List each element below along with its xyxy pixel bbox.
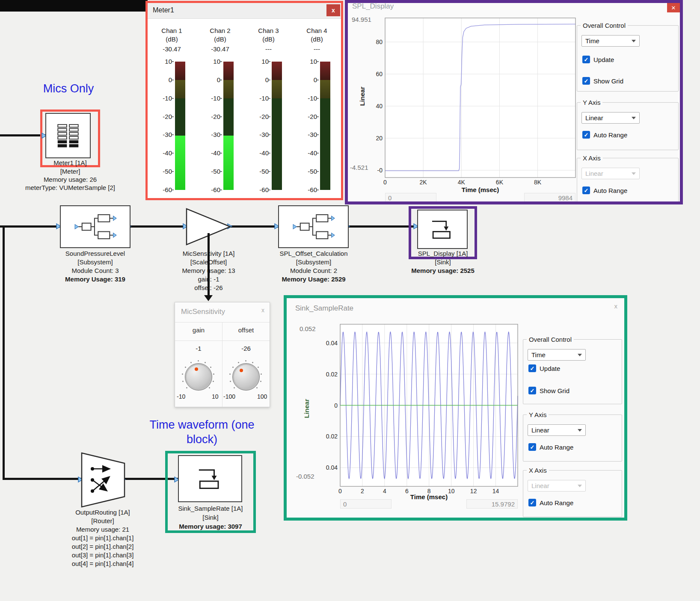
gain-min-label: -10 <box>177 393 185 400</box>
wire-to-router <box>3 478 82 480</box>
scale-tick-mark <box>172 134 174 135</box>
vu-meter-bar <box>175 62 185 190</box>
close-button[interactable]: x <box>326 4 340 16</box>
scale-tick-label: 10 <box>202 58 220 65</box>
window-titlebar: Meter1 x <box>148 3 341 19</box>
inspector-arrow-head-icon <box>204 295 213 301</box>
scale-tick-label: -20 <box>298 113 317 120</box>
scale-tick-label: 10 <box>250 58 269 65</box>
knob-tick-mark <box>186 387 187 388</box>
y-scale-dropdown[interactable]: Linear <box>528 424 586 436</box>
block-spl-display[interactable] <box>417 210 468 249</box>
y-axis-group: Y Axis Linear ✓ Auto Range <box>523 414 622 462</box>
knob-tick-mark <box>209 387 210 388</box>
wire-spl-to-micsensitivity <box>130 225 187 228</box>
scale-tick-mark <box>317 153 319 154</box>
top-window-strip <box>0 0 148 12</box>
scale-tick-label: -40 <box>298 149 317 157</box>
scale-tick-label: 10 <box>298 58 317 65</box>
scale-tick-label: -10 <box>298 95 317 102</box>
y-auto-range-checkbox[interactable]: ✓ Auto Range <box>528 443 573 451</box>
knob-tick-mark <box>229 373 231 375</box>
scale-tick-label: -60 <box>153 186 172 193</box>
sink-icon <box>427 217 457 242</box>
scale-tick-mark <box>172 171 174 172</box>
knob-face <box>185 363 212 391</box>
spl-plot: 02K4K6K8K80604020-0 <box>362 13 580 188</box>
scale-tick-label: -10 <box>250 95 269 102</box>
block-spl-offset-calculation[interactable] <box>278 205 349 248</box>
mics-only-label: Mics Only <box>36 81 101 96</box>
gain-param-label: gain <box>175 326 222 334</box>
scale-tick-mark <box>268 116 270 117</box>
scale-tick-mark <box>172 189 174 190</box>
svg-text:0.02: 0.02 <box>326 433 338 440</box>
scale-tick-mark <box>172 153 174 154</box>
close-icon[interactable]: x <box>261 307 264 314</box>
meter-segment <box>320 62 330 80</box>
block-sink-samplerate[interactable] <box>178 455 242 502</box>
gain-knob[interactable] <box>181 359 216 394</box>
show-grid-checkbox[interactable]: ✓ Show Grid <box>582 77 623 85</box>
block-outputrouting[interactable] <box>80 452 126 508</box>
dropdown-value: Linear <box>585 170 603 177</box>
x-auto-range-checkbox[interactable]: ✓ Auto Range <box>582 187 627 194</box>
x-auto-range-checkbox[interactable]: ✓ Auto Range <box>528 499 573 506</box>
wire-to-spl-subsystem <box>0 225 60 228</box>
group-label: X Axis <box>581 154 603 162</box>
knob-tick-mark <box>245 360 246 361</box>
y-auto-range-checkbox[interactable]: ✓ Auto Range <box>582 131 627 139</box>
knob-tick-mark <box>260 381 261 382</box>
scale-tick-label: -60 <box>298 186 317 193</box>
checkbox-label: Auto Range <box>540 499 573 506</box>
y-axis-group: Y Axis Linear ✓ Auto Range <box>577 102 679 150</box>
domain-dropdown[interactable]: Time <box>528 349 586 361</box>
sink-plot: 024681012140.040.0200.020.04 <box>317 319 523 497</box>
checkbox-checked-icon: ✓ <box>528 364 536 372</box>
scale-tick-label: -10 <box>202 95 220 102</box>
chevron-down-icon <box>578 429 582 434</box>
y-scale-dropdown[interactable]: Linear <box>581 112 640 124</box>
knob-tick-mark <box>261 373 262 375</box>
scale-tick-label: 0 <box>298 76 317 83</box>
block-meter1[interactable] <box>45 113 91 158</box>
close-button[interactable]: ✕ <box>667 3 680 12</box>
offset-knob[interactable] <box>228 359 263 394</box>
time-waveform-label: Time waveform (one block) <box>138 417 266 447</box>
meter-segment <box>320 80 330 98</box>
checkbox-label: Auto Range <box>540 444 573 451</box>
update-checkbox[interactable]: ✓ Update <box>582 56 614 63</box>
block-soundpressurelevel[interactable] <box>60 205 131 248</box>
window-title: Meter1 <box>153 6 174 14</box>
meter-segment <box>320 98 330 190</box>
scale-tick-label: -30 <box>202 131 220 138</box>
sink-samplerate-caption: Sink_SampleRate [1A] [Sink] Memory usage… <box>168 504 253 531</box>
checkbox-checked-icon: ✓ <box>528 387 536 394</box>
spl-display-block-caption: [Sink] Memory usage: 2525 <box>406 258 479 275</box>
update-checkbox[interactable]: ✓ Update <box>528 364 560 372</box>
knob-tick-mark <box>230 381 231 382</box>
scale-tick-label: -30 <box>153 131 172 138</box>
dropdown-value: Linear <box>531 482 549 489</box>
scale-tick-label: -40 <box>153 149 172 157</box>
knob-face <box>232 363 260 391</box>
channel-header: Chan 4(dB) <box>293 27 341 44</box>
dropdown-value: Time <box>585 37 599 44</box>
inspector-arrow-line <box>208 233 210 296</box>
meter-segment <box>272 98 282 190</box>
knob-tick-mark <box>182 381 184 382</box>
time-waveform-line1: Time waveform (one <box>149 418 254 431</box>
checkbox-label: Auto Range <box>593 187 627 194</box>
domain-dropdown[interactable]: Time <box>581 35 640 47</box>
show-grid-checkbox[interactable]: ✓ Show Grid <box>528 387 569 394</box>
x-min-readout: 0 <box>340 499 392 509</box>
x-scale-dropdown[interactable]: Linear <box>581 168 640 179</box>
knob-tick-mark <box>234 387 235 388</box>
knob-tick-mark <box>232 367 234 368</box>
checkbox-label: Show Grid <box>540 387 569 394</box>
chevron-down-icon <box>578 354 582 358</box>
scale-tick-mark <box>220 171 222 172</box>
close-icon[interactable]: x <box>614 302 618 310</box>
chevron-down-icon <box>632 172 636 177</box>
x-scale-dropdown[interactable]: Linear <box>528 480 586 491</box>
